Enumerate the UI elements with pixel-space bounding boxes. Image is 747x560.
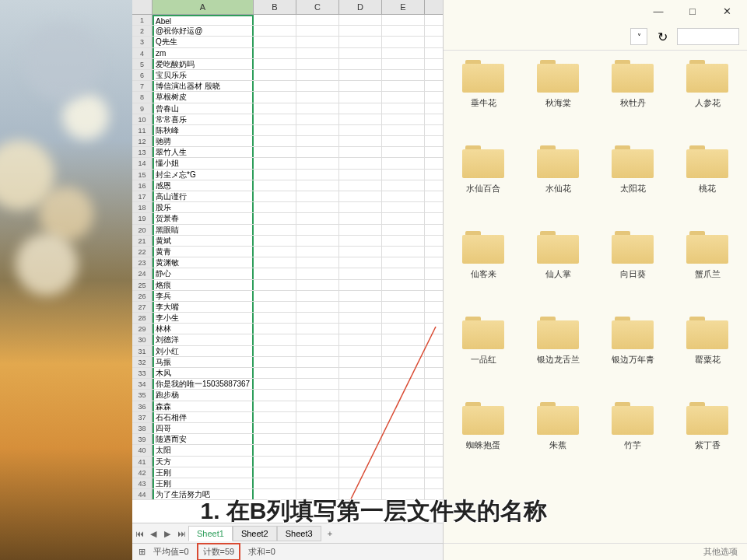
cell-E20[interactable] xyxy=(382,225,425,235)
cell-D15[interactable] xyxy=(339,170,382,180)
cell-A13[interactable]: 翠竹人生 xyxy=(153,147,254,157)
cell-A32[interactable]: 马振 xyxy=(153,357,254,367)
cell-A4[interactable]: zm xyxy=(153,48,254,58)
cell-C8[interactable] xyxy=(296,92,339,102)
row-header[interactable]: 38 xyxy=(132,423,153,433)
cell-C30[interactable] xyxy=(296,334,339,345)
row-header[interactable]: 37 xyxy=(132,412,153,422)
cell-B7[interactable] xyxy=(254,81,296,91)
cell-B19[interactable] xyxy=(254,213,296,223)
row-header[interactable]: 27 xyxy=(132,302,153,312)
cell-D28[interactable] xyxy=(339,313,382,323)
cell-E1[interactable] xyxy=(382,15,425,25)
cell-B12[interactable] xyxy=(254,136,296,146)
view-dropdown[interactable]: ˅ xyxy=(630,28,647,45)
cell-C13[interactable] xyxy=(296,147,339,157)
cell-B3[interactable] xyxy=(254,37,296,47)
cell-A1[interactable]: Abel xyxy=(153,15,254,25)
cell-D38[interactable] xyxy=(339,423,382,433)
cell-B15[interactable] xyxy=(254,170,296,180)
column-header-E[interactable]: E xyxy=(382,0,425,14)
cell-D30[interactable] xyxy=(339,334,382,345)
row-header[interactable]: 41 xyxy=(132,457,153,467)
cell-B26[interactable] xyxy=(254,291,296,301)
cell-B22[interactable] xyxy=(254,247,296,257)
cell-B18[interactable] xyxy=(254,202,296,212)
cell-E29[interactable] xyxy=(382,324,425,334)
cell-B4[interactable] xyxy=(254,48,296,58)
row-header[interactable]: 9 xyxy=(132,103,153,114)
cell-B30[interactable] xyxy=(254,334,296,345)
cell-C36[interactable] xyxy=(296,401,339,411)
cell-C9[interactable] xyxy=(296,103,339,114)
cell-E40[interactable] xyxy=(382,445,425,455)
folder-item[interactable]: 向日葵 xyxy=(596,228,669,312)
cell-D12[interactable] xyxy=(339,136,382,146)
cell-E43[interactable] xyxy=(382,478,425,488)
folder-item[interactable]: 朱蕉 xyxy=(521,399,594,483)
cell-C40[interactable] xyxy=(296,445,339,455)
cell-A33[interactable]: 木风 xyxy=(153,368,254,378)
cell-A24[interactable]: 静心 xyxy=(153,268,254,278)
cell-C35[interactable] xyxy=(296,390,339,400)
cell-D9[interactable] xyxy=(339,103,382,114)
cell-C31[interactable] xyxy=(296,346,339,356)
cell-E28[interactable] xyxy=(382,313,425,323)
cell-D6[interactable] xyxy=(339,70,382,80)
tab-add-button[interactable]: + xyxy=(321,527,338,541)
cell-D3[interactable] xyxy=(339,37,382,47)
cell-E35[interactable] xyxy=(382,390,425,400)
cell-A36[interactable]: 森森 xyxy=(153,401,254,411)
cell-C19[interactable] xyxy=(296,213,339,223)
cell-A31[interactable]: 刘小红 xyxy=(153,346,254,356)
cell-B32[interactable] xyxy=(254,357,296,367)
refresh-button[interactable]: ↻ xyxy=(654,28,671,45)
cell-C12[interactable] xyxy=(296,136,339,146)
cell-D4[interactable] xyxy=(339,48,382,58)
column-header-D[interactable]: D xyxy=(339,0,382,14)
row-header[interactable]: 29 xyxy=(132,324,153,334)
cell-C43[interactable] xyxy=(296,478,339,488)
cell-C26[interactable] xyxy=(296,291,339,301)
row-header[interactable]: 8 xyxy=(132,92,153,102)
cell-A16[interactable]: 感恩 xyxy=(153,180,254,191)
folder-item[interactable]: 仙客来 xyxy=(447,228,520,312)
cell-C1[interactable] xyxy=(296,15,339,25)
cell-E13[interactable] xyxy=(382,147,425,157)
cell-A38[interactable]: 四哥 xyxy=(153,423,254,433)
row-header[interactable]: 7 xyxy=(132,81,153,91)
cell-B36[interactable] xyxy=(254,401,296,411)
cell-B33[interactable] xyxy=(254,368,296,378)
cell-B27[interactable] xyxy=(254,302,296,312)
cell-C41[interactable] xyxy=(296,457,339,467)
cell-D5[interactable] xyxy=(339,59,382,69)
maximize-button[interactable]: □ xyxy=(675,1,710,23)
cell-A27[interactable]: 李大嘴 xyxy=(153,302,254,312)
cell-E39[interactable] xyxy=(382,434,425,444)
cell-D14[interactable] xyxy=(339,158,382,168)
folder-item[interactable]: 蜘蛛抱蛋 xyxy=(447,399,520,483)
cell-B9[interactable] xyxy=(254,103,296,114)
cell-A14[interactable]: 懂小姐 xyxy=(153,158,254,168)
row-header[interactable]: 28 xyxy=(132,313,153,323)
cell-C29[interactable] xyxy=(296,324,339,334)
cell-D29[interactable] xyxy=(339,324,382,334)
cell-A26[interactable]: 李兵 xyxy=(153,291,254,301)
cell-A5[interactable]: 爱吃酸奶吗 xyxy=(153,59,254,69)
cell-D26[interactable] xyxy=(339,291,382,301)
cell-E37[interactable] xyxy=(382,412,425,422)
cell-C20[interactable] xyxy=(296,225,339,235)
row-header[interactable]: 20 xyxy=(132,225,153,235)
cell-E11[interactable] xyxy=(382,125,425,135)
row-header[interactable]: 40 xyxy=(132,445,153,455)
tab-nav-last[interactable]: ⏭ xyxy=(174,526,188,541)
cell-C6[interactable] xyxy=(296,70,339,80)
cell-B23[interactable] xyxy=(254,257,296,268)
cell-D33[interactable] xyxy=(339,368,382,378)
cell-A41[interactable]: 天方 xyxy=(153,457,254,467)
folder-item[interactable]: 一品红 xyxy=(447,313,520,397)
cell-A2[interactable]: @祝你好运@ xyxy=(153,26,254,36)
cell-A20[interactable]: 黑眼睛 xyxy=(153,225,254,235)
row-header[interactable]: 16 xyxy=(132,180,153,191)
row-header[interactable]: 25 xyxy=(132,280,153,290)
